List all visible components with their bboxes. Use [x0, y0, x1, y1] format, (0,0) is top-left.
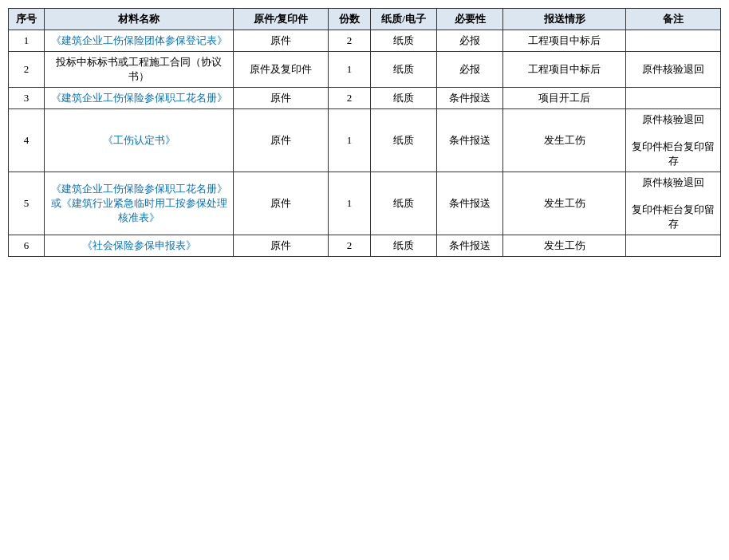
- cell-name-1: 投标中标标书或工程施工合同（协议书）: [45, 52, 234, 88]
- cell-send-4: 发生工伤: [503, 172, 626, 235]
- cell-paper-4: 纸质: [371, 172, 437, 235]
- table-row: 2投标中标标书或工程施工合同（协议书）原件及复印件1纸质必报工程项目中标后原件核…: [9, 52, 721, 88]
- cell-count-1: 1: [328, 52, 370, 88]
- cell-note-5: [626, 235, 721, 257]
- cell-note-3: 原件核验退回 复印件柜台复印留存: [626, 109, 721, 172]
- material-name-link-5[interactable]: 《社会保险参保申报表》: [82, 239, 196, 251]
- cell-seq-4: 5: [9, 172, 45, 235]
- cell-paper-0: 纸质: [371, 30, 437, 52]
- cell-paper-5: 纸质: [371, 235, 437, 257]
- cell-orig-0: 原件: [234, 30, 329, 52]
- header-cell-0: 序号: [9, 9, 45, 30]
- cell-must-1: 必报: [437, 52, 503, 88]
- cell-must-0: 必报: [437, 30, 503, 52]
- header-cell-6: 报送情形: [503, 9, 626, 30]
- header-cell-7: 备注: [626, 9, 721, 30]
- header-cell-2: 原件/复印件: [234, 9, 329, 30]
- cell-seq-2: 3: [9, 88, 45, 109]
- cell-name-0: 《建筑企业工伤保险团体参保登记表》: [45, 30, 234, 52]
- cell-send-1: 工程项目中标后: [503, 52, 626, 88]
- table-row: 6《社会保险参保申报表》原件2纸质条件报送发生工伤: [9, 235, 721, 257]
- cell-note-1: 原件核验退回: [626, 52, 721, 88]
- table-row: 4《工伤认定书》原件1纸质条件报送发生工伤原件核验退回 复印件柜台复印留存: [9, 109, 721, 172]
- cell-send-3: 发生工伤: [503, 109, 626, 172]
- cell-must-3: 条件报送: [437, 109, 503, 172]
- cell-seq-5: 6: [9, 235, 45, 257]
- cell-paper-2: 纸质: [371, 88, 437, 109]
- material-name-link-4[interactable]: 《建筑企业工伤保险参保职工花名册》或《建筑行业紧急临时用工按参保处理核准表》: [51, 183, 227, 223]
- cell-must-2: 条件报送: [437, 88, 503, 109]
- cell-note-2: [626, 88, 721, 109]
- cell-count-0: 2: [328, 30, 370, 52]
- cell-paper-3: 纸质: [371, 109, 437, 172]
- cell-orig-3: 原件: [234, 109, 329, 172]
- cell-count-5: 2: [328, 235, 370, 257]
- cell-must-4: 条件报送: [437, 172, 503, 235]
- cell-count-2: 2: [328, 88, 370, 109]
- cell-send-5: 发生工伤: [503, 235, 626, 257]
- cell-seq-3: 4: [9, 109, 45, 172]
- cell-name-5: 《社会保险参保申报表》: [45, 235, 234, 257]
- cell-name-4: 《建筑企业工伤保险参保职工花名册》或《建筑行业紧急临时用工按参保处理核准表》: [45, 172, 234, 235]
- header-cell-3: 份数: [328, 9, 370, 30]
- cell-seq-1: 2: [9, 52, 45, 88]
- cell-send-2: 项目开工后: [503, 88, 626, 109]
- table-wrapper: 序号材料名称原件/复印件份数纸质/电子必要性报送情形备注 1《建筑企业工伤保险团…: [8, 8, 721, 257]
- table-row: 1《建筑企业工伤保险团体参保登记表》原件2纸质必报工程项目中标后: [9, 30, 721, 52]
- cell-orig-5: 原件: [234, 235, 329, 257]
- cell-paper-1: 纸质: [371, 52, 437, 88]
- cell-note-4: 原件核验退回 复印件柜台复印留存: [626, 172, 721, 235]
- cell-send-0: 工程项目中标后: [503, 30, 626, 52]
- cell-name-3: 《工伤认定书》: [45, 109, 234, 172]
- header-row: 序号材料名称原件/复印件份数纸质/电子必要性报送情形备注: [9, 9, 721, 30]
- header-cell-1: 材料名称: [45, 9, 234, 30]
- material-name-link-2[interactable]: 《建筑企业工伤保险参保职工花名册》: [51, 92, 227, 104]
- material-name-link-3[interactable]: 《工伤认定书》: [103, 134, 175, 146]
- cell-must-5: 条件报送: [437, 235, 503, 257]
- table-row: 5《建筑企业工伤保险参保职工花名册》或《建筑行业紧急临时用工按参保处理核准表》原…: [9, 172, 721, 235]
- cell-orig-2: 原件: [234, 88, 329, 109]
- table-row: 3《建筑企业工伤保险参保职工花名册》原件2纸质条件报送项目开工后: [9, 88, 721, 109]
- material-name-link-0[interactable]: 《建筑企业工伤保险团体参保登记表》: [51, 34, 227, 46]
- cell-count-4: 1: [328, 172, 370, 235]
- cell-count-3: 1: [328, 109, 370, 172]
- cell-orig-4: 原件: [234, 172, 329, 235]
- cell-note-0: [626, 30, 721, 52]
- header-cell-5: 必要性: [437, 9, 503, 30]
- cell-orig-1: 原件及复印件: [234, 52, 329, 88]
- header-cell-4: 纸质/电子: [371, 9, 437, 30]
- cell-seq-0: 1: [9, 30, 45, 52]
- cell-name-2: 《建筑企业工伤保险参保职工花名册》: [45, 88, 234, 109]
- main-table: 序号材料名称原件/复印件份数纸质/电子必要性报送情形备注 1《建筑企业工伤保险团…: [8, 8, 721, 257]
